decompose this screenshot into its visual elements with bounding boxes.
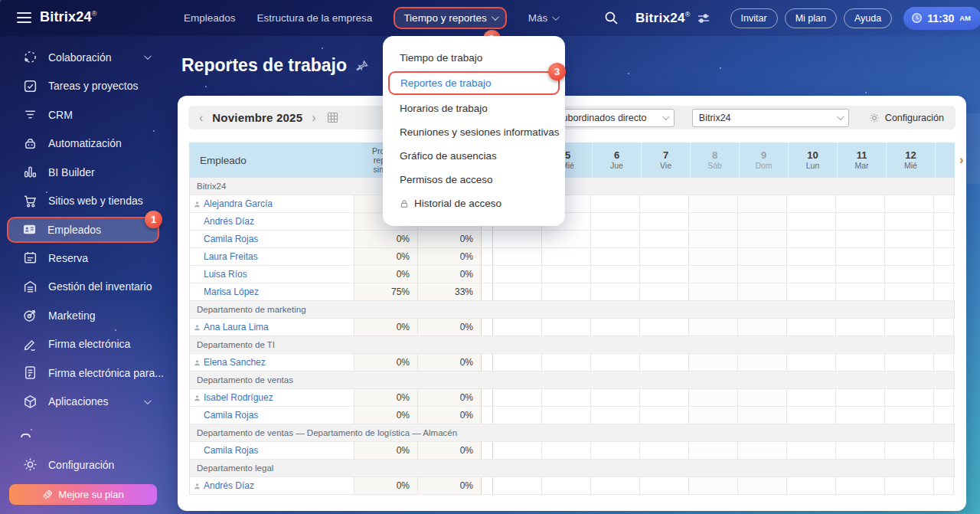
help-button[interactable]: Ayuda xyxy=(844,8,892,28)
day-column-partial xyxy=(935,142,955,178)
day-cell xyxy=(640,266,689,283)
menu-item-historial-de-acceso[interactable]: Historial de acceso xyxy=(383,192,565,215)
department-group-row: Departamento de TI xyxy=(190,336,955,354)
day-cell xyxy=(493,442,542,459)
unrated-report-value-cell: 0% xyxy=(418,319,482,336)
department-filter-select[interactable]: Bitrix24 xyxy=(692,109,849,127)
unrated-report-value-cell: 0% xyxy=(418,442,482,459)
day-cell xyxy=(591,283,640,300)
search-icon[interactable] xyxy=(604,11,619,25)
day-cell xyxy=(738,266,787,283)
gap-cell xyxy=(481,389,493,406)
day-cell xyxy=(689,477,738,494)
day-cell xyxy=(738,407,787,424)
day-cell xyxy=(738,213,787,230)
sidebar-item-colaboraci-n[interactable]: Colaboración xyxy=(0,43,166,72)
avg-report-value-cell: 0% xyxy=(354,442,418,459)
sidebar-item-configuracion[interactable]: Configuración xyxy=(0,450,166,480)
lock-icon xyxy=(400,199,409,208)
day-cell xyxy=(591,195,640,212)
day-cell xyxy=(885,231,934,247)
employee-link[interactable]: Andrés Díaz xyxy=(204,480,254,491)
day-number: 11 xyxy=(857,150,867,161)
day-cell xyxy=(787,477,836,494)
time-reports-dropdown-menu: Tiempo de trabajoReportes de trabajo3Hor… xyxy=(383,36,565,226)
employee-link[interactable]: Camila Rojas xyxy=(204,410,258,421)
employee-link[interactable]: Laura Freitas xyxy=(204,251,258,262)
month-label[interactable]: Noviembre 2025 xyxy=(212,111,302,124)
sidebar-item-sitios-web-y-tiendas[interactable]: Sitios web y tiendas xyxy=(0,187,166,216)
nav-item-estructura-de-la-empresa[interactable]: Estructura de la empresa xyxy=(257,12,373,24)
clock-widget[interactable]: 11:30 AM xyxy=(903,7,980,30)
employee-link[interactable]: Elena Sanchez xyxy=(204,357,266,368)
employee-name-cell: Andrés Díaz xyxy=(190,477,354,494)
sidebar-item-aplicaciones[interactable]: Aplicaciones xyxy=(0,388,166,417)
sidebar-item-label: Reserva xyxy=(48,252,88,264)
next-month-arrow[interactable]: › xyxy=(312,112,315,124)
employee-link[interactable]: Marisa López xyxy=(204,286,259,297)
report-settings-button[interactable]: Configuración xyxy=(869,113,944,123)
sidebar-item-marketing[interactable]: Marketing xyxy=(0,301,166,330)
scroll-days-next-arrow[interactable]: › xyxy=(959,152,964,168)
calendar-grid-icon[interactable] xyxy=(327,112,338,123)
employee-link[interactable]: Camila Rojas xyxy=(204,445,258,456)
nav-item-empleados[interactable]: Empleados xyxy=(184,12,236,24)
gear-icon xyxy=(23,457,38,472)
day-cell xyxy=(542,389,591,406)
day-cell xyxy=(542,283,591,300)
day-cell xyxy=(885,477,934,494)
day-cell xyxy=(640,477,689,494)
day-column-header-8: 8Sáb xyxy=(690,142,739,178)
day-cell xyxy=(640,231,689,247)
menu-item-horarios-de-trabajo[interactable]: Horarios de trabajo xyxy=(383,97,565,120)
pin-icon[interactable] xyxy=(355,58,370,73)
day-column-header-12: 12Mié xyxy=(886,142,935,178)
menu-item-tiempo-de-trabajo[interactable]: Tiempo de trabajo xyxy=(383,46,565,70)
upgrade-plan-button[interactable]: Mejore su plan xyxy=(9,484,157,505)
menu-item-reuniones-y-sesiones-informativas[interactable]: Reuniones y sesiones informativas xyxy=(383,120,565,144)
day-cell xyxy=(885,283,934,300)
my-plan-button[interactable]: Mi plan xyxy=(785,8,837,28)
day-cell xyxy=(640,248,689,265)
day-cell xyxy=(885,442,934,459)
nav-item-label: Más xyxy=(528,12,548,24)
employee-link[interactable]: Luisa Ríos xyxy=(204,269,247,280)
nav-item-tiempo-y-reportes[interactable]: Tiempo y reportes xyxy=(403,12,496,24)
employee-link[interactable]: Ana Laura Lima xyxy=(204,322,269,332)
sidebar-item-bi-builder[interactable]: BI Builder xyxy=(0,158,166,187)
gap-cell xyxy=(481,407,493,424)
menu-item-permisos-de-acceso[interactable]: Permisos de acceso xyxy=(383,168,565,192)
sidebar-item-reserva[interactable]: Reserva xyxy=(0,244,166,273)
day-cell xyxy=(591,248,640,265)
automation-icon xyxy=(23,136,38,151)
unrated-report-value-cell: 0% xyxy=(418,477,482,494)
sidebar-item-gesti-n-del-inventario[interactable]: Gestión del inventario xyxy=(0,273,166,302)
table-row: Camila Rojas0%0% xyxy=(190,407,955,424)
avg-report-value-cell: 0% xyxy=(354,407,418,424)
sidebar-item-tareas-y-proyectos[interactable]: Tareas y proyectos xyxy=(0,72,166,101)
menu-item-reportes-de-trabajo[interactable]: Reportes de trabajo xyxy=(390,73,558,93)
menu-item-gr-fico-de-ausencias[interactable]: Gráfico de ausencias xyxy=(383,144,565,168)
sidebar-item-automatizaci-n[interactable]: Automatización xyxy=(0,129,166,159)
employee-link[interactable]: Camila Rojas xyxy=(204,234,258,244)
sidebar-item-label: Sitios web y tiendas xyxy=(48,195,143,207)
menu-hamburger-icon[interactable] xyxy=(17,12,31,23)
annotation-badge-1: 1 xyxy=(145,211,162,228)
sidebar-item-firma-electr-nica-para-[interactable]: Firma electrónica para... xyxy=(0,358,166,388)
sidebar-item-empleados[interactable]: Empleados1 xyxy=(7,217,159,243)
app-logo[interactable]: Bitrix24® xyxy=(40,9,96,25)
employee-link[interactable]: Andrés Díaz xyxy=(204,216,254,227)
sidebar-item-crm[interactable]: CRM xyxy=(0,100,166,129)
sidebar-item-firma-electr-nica[interactable]: Firma electrónica xyxy=(0,330,166,359)
employee-link[interactable]: Isabel Rodríguez xyxy=(204,392,273,403)
employee-link[interactable]: Alejandra García xyxy=(204,198,273,209)
signature-icon xyxy=(23,337,38,352)
marketing-icon xyxy=(23,308,38,322)
invite-button[interactable]: Invitar xyxy=(730,8,778,28)
day-cell xyxy=(885,195,934,212)
day-cell xyxy=(493,407,542,424)
equalizer-icon[interactable] xyxy=(697,11,710,25)
nav-item-m-s[interactable]: Más xyxy=(528,12,558,24)
day-cell xyxy=(885,354,934,371)
prev-month-arrow[interactable]: ‹ xyxy=(199,112,203,124)
